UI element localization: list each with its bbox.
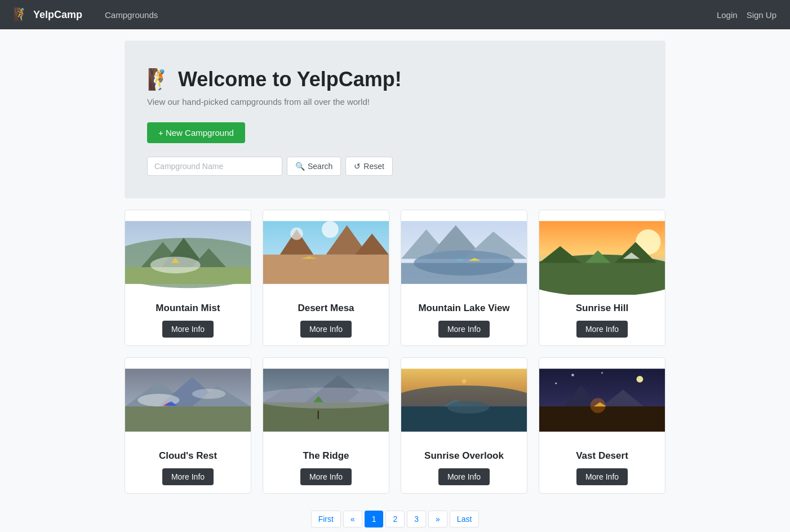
brand-logo[interactable]: 🧗 YelpCamp	[14, 7, 82, 22]
navbar: 🧗 YelpCamp Campgrounds Login Sign Up	[0, 0, 790, 29]
card-image-container	[539, 358, 665, 442]
card-body: Sunrise Hill More Info	[539, 295, 665, 345]
new-campground-button[interactable]: + New Campground	[147, 122, 245, 143]
campground-card: Mountain Mist More Info	[125, 210, 251, 346]
card-title: Sunrise Hill	[547, 303, 657, 314]
pagination-page-1[interactable]: 1	[365, 511, 384, 527]
more-info-button[interactable]: More Info	[162, 321, 214, 338]
more-info-button[interactable]: More Info	[162, 468, 214, 485]
card-image-container	[263, 210, 389, 295]
campgrounds-section: Mountain Mist More Info Desert Mesa More…	[119, 210, 671, 532]
campground-card: Cloud's Rest More Info	[125, 357, 251, 494]
pagination-next[interactable]: »	[428, 511, 447, 527]
card-image-container	[401, 358, 527, 442]
svg-rect-9	[263, 255, 389, 284]
search-input[interactable]	[147, 157, 282, 176]
pagination-last[interactable]: Last	[450, 511, 479, 527]
card-title: Sunrise Overlook	[409, 450, 519, 462]
campgrounds-grid: Mountain Mist More Info Desert Mesa More…	[125, 210, 665, 494]
hiker-icon: 🧗	[14, 7, 29, 22]
pagination-prev[interactable]: «	[343, 511, 362, 527]
campground-card: Mountain Lake View More Info	[401, 210, 527, 346]
campground-card: Sunrise Overlook More Info	[401, 357, 527, 494]
navbar-links: Login Sign Up	[717, 10, 776, 20]
card-title: Desert Mesa	[271, 303, 381, 314]
more-info-button[interactable]: More Info	[300, 321, 352, 338]
svg-point-45	[263, 388, 389, 409]
pagination-page-3[interactable]: 3	[407, 511, 426, 527]
card-body: Mountain Mist More Info	[125, 295, 251, 345]
hero-title-text: Welcome to YelpCamp!	[178, 68, 402, 91]
brand-name: YelpCamp	[33, 9, 82, 21]
card-title: Mountain Lake View	[409, 303, 519, 314]
card-body: Cloud's Rest More Info	[125, 442, 251, 493]
card-title: The Ridge	[271, 450, 381, 462]
hero-subtitle: View our hand-picked campgrounds from al…	[147, 97, 643, 107]
svg-point-56	[571, 374, 574, 376]
svg-rect-21	[401, 263, 527, 284]
svg-point-57	[601, 372, 603, 374]
reset-icon: ↺	[354, 162, 361, 171]
campground-card: Desert Mesa More Info	[263, 210, 389, 346]
svg-point-37	[192, 389, 225, 399]
card-image-container	[263, 358, 389, 442]
svg-point-52	[447, 401, 489, 413]
nav-campgrounds[interactable]: Campgrounds	[105, 10, 158, 20]
hero-icon: 🧗	[147, 68, 172, 91]
card-image-container	[539, 210, 665, 295]
card-body: Desert Mesa More Info	[263, 295, 389, 345]
campground-card: Vast Desert More Info	[539, 357, 665, 494]
card-body: Vast Desert More Info	[539, 442, 665, 493]
card-title: Vast Desert	[547, 450, 657, 462]
login-link[interactable]: Login	[717, 10, 738, 20]
hero-section: 🧗 Welcome to YelpCamp! View our hand-pic…	[125, 41, 665, 198]
card-image-container	[125, 358, 251, 442]
search-row: 🔍 Search ↺ Reset	[147, 157, 643, 176]
campground-card: The Ridge More Info	[263, 357, 389, 494]
signup-link[interactable]: Sign Up	[747, 10, 776, 20]
pagination: First«123»Last	[125, 511, 665, 532]
reset-button[interactable]: ↺ Reset	[345, 157, 393, 176]
card-body: Mountain Lake View More Info	[401, 295, 527, 345]
card-image-container	[401, 210, 527, 295]
card-body: The Ridge More Info	[263, 442, 389, 493]
search-button[interactable]: 🔍 Search	[287, 157, 341, 176]
svg-point-53	[462, 379, 466, 383]
more-info-button[interactable]: More Info	[576, 468, 628, 485]
card-body: Sunrise Overlook More Info	[401, 442, 527, 493]
svg-point-55	[636, 376, 643, 383]
card-title: Mountain Mist	[133, 303, 243, 314]
reset-button-label: Reset	[363, 162, 384, 171]
svg-point-58	[555, 383, 557, 384]
svg-rect-46	[318, 411, 319, 419]
more-info-button[interactable]: More Info	[438, 468, 490, 485]
more-info-button[interactable]: More Info	[300, 468, 352, 485]
more-info-button[interactable]: More Info	[438, 321, 490, 338]
card-title: Cloud's Rest	[133, 450, 243, 462]
svg-point-14	[290, 227, 303, 240]
search-button-label: Search	[308, 162, 332, 171]
more-info-button[interactable]: More Info	[576, 321, 628, 338]
svg-rect-35	[125, 406, 251, 432]
svg-point-15	[322, 221, 339, 238]
search-icon: 🔍	[295, 162, 305, 171]
hero-title: 🧗 Welcome to YelpCamp!	[147, 68, 643, 91]
pagination-page-2[interactable]: 2	[385, 511, 405, 527]
campground-card: Sunrise Hill More Info	[539, 210, 665, 346]
pagination-first[interactable]: First	[311, 511, 341, 527]
card-image-container	[125, 210, 251, 295]
